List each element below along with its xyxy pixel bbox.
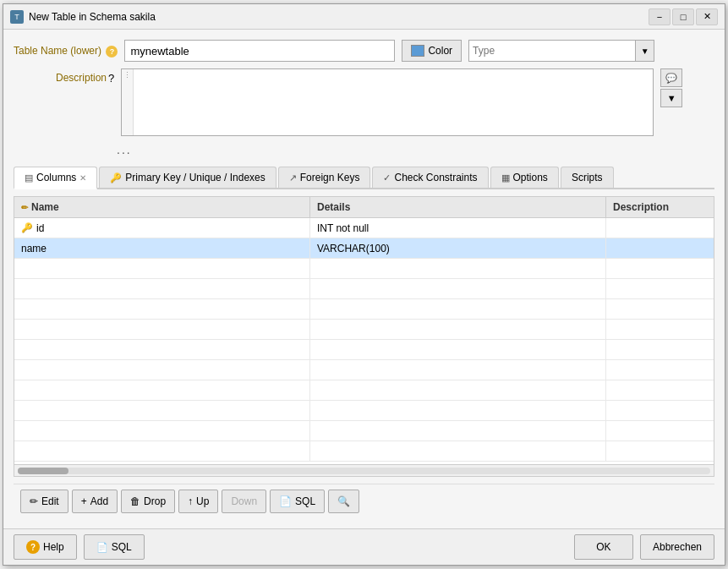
name-column-header: ✏ Name <box>14 197 310 217</box>
window-icon: T <box>10 10 24 24</box>
scrollbar-thumb[interactable] <box>18 468 68 474</box>
scroll-dots: ⋮ <box>123 71 131 79</box>
table-row <box>14 401 714 421</box>
footer-sql-button[interactable]: 📄 SQL <box>84 534 145 560</box>
drop-icon: 🗑 <box>130 495 140 507</box>
tab-options[interactable]: ▦ Options <box>490 167 559 188</box>
bottom-toolbar: ✏ Edit + Add 🗑 Drop ↑ Up Down 📄 SQL <box>14 484 714 518</box>
table-header: ✏ Name Details Description <box>14 197 714 218</box>
scrollbar-track <box>18 468 710 474</box>
edit-icon: ✏ <box>30 495 38 507</box>
down-button[interactable]: Down <box>222 490 266 513</box>
edit-button[interactable]: ✏ Edit <box>20 490 68 513</box>
table-row <box>14 380 714 401</box>
table-name-help-icon[interactable]: ? <box>106 46 118 57</box>
drop-button[interactable]: 🗑 Drop <box>121 490 175 513</box>
scrollbar-hint: ⋮ <box>122 69 134 135</box>
description-help-icon[interactable]: ? <box>108 72 114 85</box>
dialog-content: Table Name (lower) ? Color ▼ Description… <box>3 30 725 528</box>
window-controls: − □ ✕ <box>649 8 718 25</box>
name-description-cell <box>606 238 714 258</box>
foreign-keys-tab-icon: ↗ <box>289 172 297 183</box>
footer-sql-icon: 📄 <box>96 542 108 553</box>
options-tab-icon: ▦ <box>501 172 510 183</box>
tab-check-constraints-label: Check Constraints <box>394 172 477 183</box>
tab-primary-key[interactable]: 🔑 Primary Key / Unique / Indexes <box>99 167 276 188</box>
description-row: Description ? ⋮ 💬 ▼ <box>14 68 714 136</box>
type-input[interactable] <box>468 40 636 62</box>
cancel-button[interactable]: Abbrechen <box>640 534 714 560</box>
name-details-cell: VARCHAR(100) <box>310 238 606 258</box>
id-name-cell: 🔑 id <box>14 218 310 238</box>
dialog-footer: ? Help 📄 SQL OK Abbrechen <box>3 528 725 565</box>
description-label-area: Description ? <box>14 68 114 85</box>
primary-key-tab-icon: 🔑 <box>110 172 122 183</box>
table-row <box>14 340 714 360</box>
table-row <box>14 259 714 279</box>
horizontal-scrollbar[interactable] <box>14 464 714 476</box>
tab-scripts-label: Scripts <box>572 172 603 183</box>
tab-foreign-keys-label: Foreign Keys <box>300 172 360 183</box>
table-name-row: Table Name (lower) ? Color ▼ <box>14 40 714 62</box>
tab-scripts[interactable]: Scripts <box>561 167 614 188</box>
table-row[interactable]: 🔑 id INT not null <box>14 218 714 238</box>
columns-table: ✏ Name Details Description 🔑 id <box>14 196 714 477</box>
tabs-bar: ▤ Columns ✕ 🔑 Primary Key / Unique / Ind… <box>14 167 714 189</box>
tab-check-constraints[interactable]: ✓ Check Constraints <box>372 167 488 188</box>
description-box: ⋮ <box>121 68 654 136</box>
more-dots-button[interactable]: ... <box>113 143 135 156</box>
table-body: 🔑 id INT not null name VARCHAR(100) <box>14 218 714 464</box>
table-row[interactable]: name VARCHAR(100) <box>14 238 714 259</box>
ok-button[interactable]: OK <box>574 534 633 560</box>
type-dropdown-button[interactable]: ▼ <box>636 40 654 62</box>
footer-right: OK Abbrechen <box>574 534 714 560</box>
check-constraints-tab-icon: ✓ <box>383 172 391 183</box>
tab-columns[interactable]: ▤ Columns ✕ <box>14 167 97 189</box>
search-button[interactable]: 🔍 <box>328 490 359 513</box>
sql-icon: 📄 <box>279 495 292 507</box>
up-icon: ↑ <box>188 495 193 507</box>
name-name-cell: name <box>14 238 310 258</box>
columns-tab-icon: ▤ <box>25 172 33 183</box>
table-name-input[interactable] <box>124 40 395 62</box>
more-dots-row: ... <box>113 143 714 156</box>
description-action-btn-2[interactable]: ▼ <box>660 89 682 107</box>
minimize-button[interactable]: − <box>649 8 671 25</box>
main-window: T New Table in Schema sakila − □ ✕ Table… <box>3 3 725 566</box>
table-name-label: Table Name (lower) ? <box>14 45 118 57</box>
description-textarea[interactable] <box>122 69 653 135</box>
table-row <box>14 279 714 299</box>
tab-columns-close[interactable]: ✕ <box>79 173 86 183</box>
table-row <box>14 360 714 380</box>
description-label: Description <box>14 72 107 84</box>
pencil-icon: ✏ <box>21 203 28 212</box>
up-button[interactable]: ↑ Up <box>178 490 218 513</box>
description-action-btn-1[interactable]: 💬 <box>660 68 682 87</box>
table-row <box>14 320 714 340</box>
id-description-cell <box>606 218 714 238</box>
details-column-header: Details <box>310 197 606 217</box>
window-title: New Table in Schema sakila <box>29 11 649 23</box>
table-row <box>14 441 714 462</box>
color-label: Color <box>428 45 452 57</box>
tab-columns-label: Columns <box>36 172 76 183</box>
search-icon: 🔍 <box>337 495 350 507</box>
tab-options-label: Options <box>513 172 548 183</box>
tab-primary-key-label: Primary Key / Unique / Indexes <box>125 172 265 183</box>
footer-left: ? Help 📄 SQL <box>14 534 567 560</box>
add-button[interactable]: + Add <box>72 490 118 513</box>
help-icon: ? <box>26 540 40 554</box>
sql-button[interactable]: 📄 SQL <box>270 490 325 513</box>
primary-key-icon: 🔑 <box>21 222 33 233</box>
add-icon: + <box>81 495 87 507</box>
color-swatch <box>411 45 424 57</box>
maximize-button[interactable]: □ <box>672 8 694 25</box>
tab-foreign-keys[interactable]: ↗ Foreign Keys <box>278 167 371 188</box>
color-button[interactable]: Color <box>402 40 462 62</box>
table-row <box>14 421 714 441</box>
table-row <box>14 299 714 320</box>
title-bar: T New Table in Schema sakila − □ ✕ <box>3 4 725 30</box>
close-button[interactable]: ✕ <box>696 8 718 25</box>
help-button[interactable]: ? Help <box>14 534 77 560</box>
type-select-wrapper: ▼ <box>468 40 654 62</box>
